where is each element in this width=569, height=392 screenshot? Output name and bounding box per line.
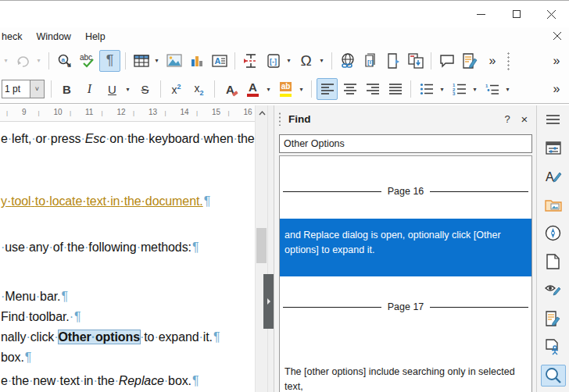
vertical-scrollbar[interactable] — [255, 105, 267, 392]
field-dropdown-icon[interactable]: ▾ — [284, 50, 293, 72]
formatting-marks-toggle[interactable]: ¶ — [99, 50, 120, 72]
font-color-dropdown-icon[interactable]: ▾ — [264, 78, 273, 100]
search-result-selected[interactable]: and Replace dialog is open, optionally c… — [280, 219, 531, 276]
undo-dropdown-icon[interactable]: ▾ — [2, 50, 10, 72]
doc-line[interactable]: e·the·new·text·in·the·Replace·box.¶ — [1, 374, 199, 388]
sidebar-hide-button[interactable] — [263, 274, 274, 329]
doc-line[interactable]: ·Menu·bar.¶ — [1, 290, 68, 304]
highlight-color-button[interactable]: ab — [275, 78, 296, 100]
doc-line[interactable]: ·use·any·of·the·following·methods:¶ — [1, 241, 199, 255]
tab-style-inspector[interactable] — [541, 279, 566, 301]
find-search-input[interactable] — [279, 134, 532, 153]
scroll-up-arrow-icon[interactable] — [256, 107, 268, 119]
tab-properties[interactable] — [541, 137, 566, 159]
insert-image-button[interactable] — [163, 50, 184, 72]
minimize-button[interactable] — [463, 1, 499, 27]
doc-line[interactable]: box.¶ — [1, 351, 31, 365]
align-center-button[interactable] — [339, 78, 360, 100]
outline-list-button[interactable]: 1 — [481, 78, 503, 100]
find-replace-button[interactable]: ad — [54, 50, 75, 72]
align-right-button[interactable] — [362, 78, 383, 100]
align-left-button[interactable] — [317, 78, 338, 100]
redo-button[interactable] — [13, 50, 34, 72]
sidebar-splitter[interactable] — [267, 105, 274, 392]
spelling-button[interactable]: abc — [77, 50, 98, 72]
tab-page[interactable] — [541, 251, 566, 273]
bullet-list-button[interactable] — [416, 78, 437, 100]
tab-find[interactable] — [541, 365, 566, 387]
bullet-list-dropdown-icon[interactable]: ▾ — [438, 78, 446, 100]
redo-icon — [16, 55, 30, 67]
maximize-button[interactable] — [499, 1, 534, 27]
underline-dropdown-icon[interactable]: ▾ — [123, 78, 132, 100]
menu-item-help[interactable]: Help — [78, 30, 113, 44]
toolbar-overflow-button-2[interactable]: » — [546, 50, 567, 72]
table-dropdown-icon[interactable]: ▾ — [152, 50, 161, 72]
insert-textbox-button[interactable]: A — [209, 50, 230, 72]
special-character-button[interactable]: Ω — [295, 50, 317, 72]
insert-table-button[interactable] — [131, 50, 152, 72]
doc-line[interactable]: nally·click·Other·options·to·expand·it.¶ — [1, 330, 220, 344]
sidebar-tab-bar: A — [536, 105, 569, 392]
justify-button[interactable] — [385, 78, 406, 100]
doc-text-segment: ·box. — [164, 374, 191, 387]
tab-styles[interactable]: A — [541, 166, 566, 187]
properties-icon — [546, 141, 561, 155]
doc-text-segment: box. — [1, 351, 24, 364]
tab-navigator[interactable] — [541, 223, 566, 244]
toolbar-separator — [431, 52, 431, 69]
formatting-overflow-button[interactable]: » — [546, 78, 567, 100]
insert-chart-button[interactable] — [186, 50, 207, 72]
doc-text-segment: nally·click· — [1, 330, 59, 344]
track-changes-button[interactable] — [459, 50, 480, 72]
scrollbar-thumb[interactable] — [256, 228, 267, 263]
highlight-dropdown-icon[interactable]: ▾ — [297, 78, 306, 100]
document-canvas[interactable]: 9|10|11|12|13|14|15|16| e·left,·or·press… — [0, 105, 255, 392]
find-results-list[interactable]: Page 16and Replace dialog is open, optio… — [279, 155, 532, 392]
sidebar-menu-button[interactable] — [541, 109, 566, 130]
doc-line[interactable]: Find·toolbar.·¶ — [1, 310, 81, 324]
menu-item-window[interactable]: Window — [29, 30, 77, 44]
special-character-dropdown-icon[interactable]: ▾ — [317, 50, 326, 72]
insert-hyperlink-button[interactable] — [337, 50, 358, 72]
underline-button[interactable]: U — [102, 78, 123, 100]
toolbar-drag-handle[interactable] — [506, 52, 510, 70]
document-close-button[interactable] — [549, 27, 566, 45]
panel-close-button[interactable]: × — [516, 110, 533, 127]
insert-bookmark-button[interactable]: [i] — [360, 50, 381, 72]
svg-text:d: d — [67, 62, 71, 69]
font-color-button[interactable]: A — [242, 78, 263, 100]
panel-help-button[interactable]: ? — [499, 110, 516, 127]
subscript-button[interactable]: x2 — [188, 78, 209, 100]
outline-list-dropdown-icon[interactable]: ▾ — [503, 78, 512, 100]
cross-reference-button[interactable] — [405, 50, 426, 72]
insert-field-button[interactable]: [-] — [263, 50, 284, 72]
page-separator-label: Page 16 — [381, 186, 431, 197]
numbered-list-button[interactable]: 123 — [449, 78, 470, 100]
panel-drag-handle[interactable] — [277, 112, 284, 126]
insert-comment-button[interactable] — [436, 50, 457, 72]
tab-accessibility-check[interactable] — [541, 336, 566, 358]
italic-button[interactable]: I — [79, 78, 100, 100]
tab-gallery[interactable] — [541, 194, 566, 216]
toolbar-overflow-button[interactable]: » — [481, 50, 503, 72]
insert-page-break-button[interactable] — [240, 50, 261, 72]
redo-dropdown-icon[interactable]: ▾ — [34, 50, 43, 72]
search-result[interactable]: The [other options] include searching on… — [280, 355, 531, 392]
strikethrough-button[interactable]: S — [134, 78, 156, 100]
bold-icon: B — [63, 83, 71, 96]
clear-formatting-button[interactable]: A — [220, 78, 241, 100]
superscript-button[interactable]: x2 — [166, 78, 187, 100]
insert-footnote-button[interactable] — [382, 50, 403, 72]
numbered-list-dropdown-icon[interactable]: ▾ — [471, 78, 479, 100]
toolbar-separator — [160, 80, 161, 98]
doc-line[interactable]: y·tool·to·locate·text·in·the·document.¶ — [1, 194, 210, 208]
font-size-dropdown-icon[interactable]: ˅ — [30, 80, 45, 98]
font-size-combo[interactable]: 1 pt ˅ — [2, 80, 45, 98]
bold-button[interactable]: B — [56, 78, 77, 100]
tab-manage-changes[interactable] — [541, 308, 566, 330]
close-button[interactable] — [534, 1, 569, 27]
menu-item-heck[interactable]: heck — [2, 30, 29, 44]
font-size-value[interactable]: 1 pt — [2, 80, 30, 98]
doc-line[interactable]: e·left,·or·press·Esc·on·the·keyboard·whe… — [1, 132, 255, 146]
